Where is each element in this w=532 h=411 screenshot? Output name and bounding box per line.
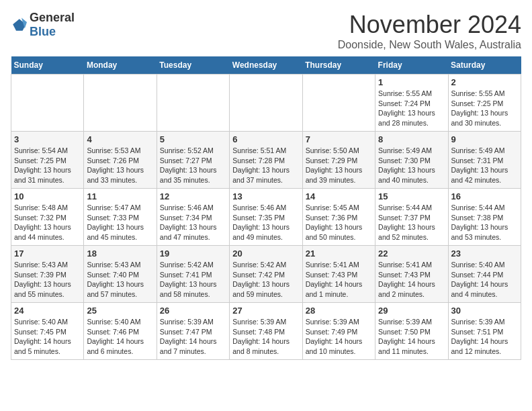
calendar-cell: 28Sunrise: 5:39 AM Sunset: 7:49 PM Dayli…: [302, 303, 375, 360]
day-info: Sunrise: 5:46 AM Sunset: 7:34 PM Dayligh…: [160, 203, 226, 242]
calendar-cell: 14Sunrise: 5:45 AM Sunset: 7:36 PM Dayli…: [302, 189, 375, 246]
day-number: 29: [378, 306, 445, 316]
day-info: Sunrise: 5:54 AM Sunset: 7:25 PM Dayligh…: [14, 146, 81, 185]
calendar-cell: 11Sunrise: 5:47 AM Sunset: 7:33 PM Dayli…: [84, 189, 157, 246]
calendar-cell: [302, 75, 375, 132]
day-number: 7: [306, 134, 372, 144]
day-info: Sunrise: 5:39 AM Sunset: 7:50 PM Dayligh…: [378, 317, 445, 357]
day-number: 14: [306, 191, 372, 201]
calendar-cell: 17Sunrise: 5:43 AM Sunset: 7:39 PM Dayli…: [11, 246, 84, 303]
calendar-cell: 12Sunrise: 5:46 AM Sunset: 7:34 PM Dayli…: [157, 189, 229, 246]
day-number: 4: [87, 134, 153, 144]
column-header-thursday: Thursday: [302, 56, 375, 75]
day-number: 19: [160, 248, 226, 259]
day-number: 27: [232, 306, 299, 316]
day-info: Sunrise: 5:39 AM Sunset: 7:48 PM Dayligh…: [232, 317, 299, 357]
day-number: 20: [232, 248, 299, 259]
day-info: Sunrise: 5:40 AM Sunset: 7:46 PM Dayligh…: [87, 317, 153, 357]
calendar-cell: [84, 75, 157, 132]
day-info: Sunrise: 5:55 AM Sunset: 7:24 PM Dayligh…: [378, 89, 445, 128]
title-area: November 2024 Doonside, New South Wales,…: [338, 11, 521, 51]
day-info: Sunrise: 5:41 AM Sunset: 7:43 PM Dayligh…: [378, 260, 445, 300]
day-number: 9: [451, 134, 518, 144]
week-row-1: 1Sunrise: 5:55 AM Sunset: 7:24 PM Daylig…: [11, 75, 521, 132]
day-info: Sunrise: 5:40 AM Sunset: 7:45 PM Dayligh…: [14, 317, 81, 357]
day-info: Sunrise: 5:47 AM Sunset: 7:33 PM Dayligh…: [87, 203, 153, 242]
day-info: Sunrise: 5:43 AM Sunset: 7:39 PM Dayligh…: [14, 260, 81, 300]
day-info: Sunrise: 5:41 AM Sunset: 7:43 PM Dayligh…: [306, 260, 372, 300]
calendar-cell: 15Sunrise: 5:44 AM Sunset: 7:37 PM Dayli…: [375, 189, 448, 246]
calendar-cell: [230, 75, 302, 132]
day-number: 12: [160, 191, 226, 201]
day-number: 11: [87, 191, 153, 201]
day-number: 26: [160, 306, 226, 316]
day-info: Sunrise: 5:40 AM Sunset: 7:44 PM Dayligh…: [451, 260, 518, 300]
column-header-sunday: Sunday: [11, 56, 84, 75]
column-header-wednesday: Wednesday: [230, 56, 302, 75]
week-row-5: 24Sunrise: 5:40 AM Sunset: 7:45 PM Dayli…: [11, 303, 521, 360]
day-number: 24: [14, 306, 81, 316]
day-info: Sunrise: 5:39 AM Sunset: 7:49 PM Dayligh…: [306, 317, 372, 357]
day-info: Sunrise: 5:50 AM Sunset: 7:29 PM Dayligh…: [306, 146, 372, 185]
day-number: 8: [378, 134, 445, 144]
day-number: 22: [378, 248, 445, 259]
day-number: 3: [14, 134, 81, 144]
day-info: Sunrise: 5:48 AM Sunset: 7:32 PM Dayligh…: [14, 203, 81, 242]
day-info: Sunrise: 5:44 AM Sunset: 7:38 PM Dayligh…: [451, 203, 518, 242]
day-info: Sunrise: 5:49 AM Sunset: 7:30 PM Dayligh…: [378, 146, 445, 185]
column-header-tuesday: Tuesday: [157, 56, 229, 75]
calendar-cell: 30Sunrise: 5:39 AM Sunset: 7:51 PM Dayli…: [448, 303, 521, 360]
calendar-cell: 19Sunrise: 5:42 AM Sunset: 7:41 PM Dayli…: [157, 246, 229, 303]
day-number: 15: [378, 191, 445, 201]
day-info: Sunrise: 5:39 AM Sunset: 7:47 PM Dayligh…: [160, 317, 226, 357]
column-header-monday: Monday: [84, 56, 157, 75]
logo-blue-text: Blue: [30, 25, 56, 38]
month-title: November 2024: [338, 11, 521, 39]
calendar-cell: 20Sunrise: 5:42 AM Sunset: 7:42 PM Dayli…: [230, 246, 302, 303]
calendar-header-row: SundayMondayTuesdayWednesdayThursdayFrid…: [11, 56, 521, 75]
location-title: Doonside, New South Wales, Australia: [338, 39, 521, 51]
header: General Blue November 2024 Doonside, New…: [11, 11, 521, 51]
calendar-cell: 22Sunrise: 5:41 AM Sunset: 7:43 PM Dayli…: [375, 246, 448, 303]
logo: General Blue: [11, 11, 75, 39]
day-number: 21: [306, 248, 372, 259]
calendar-cell: 29Sunrise: 5:39 AM Sunset: 7:50 PM Dayli…: [375, 303, 448, 360]
day-info: Sunrise: 5:42 AM Sunset: 7:42 PM Dayligh…: [232, 260, 299, 300]
calendar-cell: 26Sunrise: 5:39 AM Sunset: 7:47 PM Dayli…: [157, 303, 229, 360]
logo-general-text: General: [30, 11, 75, 24]
calendar-cell: 4Sunrise: 5:53 AM Sunset: 7:26 PM Daylig…: [84, 132, 157, 189]
calendar-cell: 1Sunrise: 5:55 AM Sunset: 7:24 PM Daylig…: [375, 75, 448, 132]
logo-icon: [11, 17, 27, 33]
calendar-cell: 25Sunrise: 5:40 AM Sunset: 7:46 PM Dayli…: [84, 303, 157, 360]
calendar-cell: 3Sunrise: 5:54 AM Sunset: 7:25 PM Daylig…: [11, 132, 84, 189]
day-info: Sunrise: 5:42 AM Sunset: 7:41 PM Dayligh…: [160, 260, 226, 300]
calendar-cell: 8Sunrise: 5:49 AM Sunset: 7:30 PM Daylig…: [375, 132, 448, 189]
day-number: 17: [14, 248, 81, 259]
column-header-saturday: Saturday: [448, 56, 521, 75]
calendar-cell: 6Sunrise: 5:51 AM Sunset: 7:28 PM Daylig…: [230, 132, 302, 189]
column-header-friday: Friday: [375, 56, 448, 75]
calendar-cell: 13Sunrise: 5:46 AM Sunset: 7:35 PM Dayli…: [230, 189, 302, 246]
day-info: Sunrise: 5:46 AM Sunset: 7:35 PM Dayligh…: [232, 203, 299, 242]
calendar-cell: 23Sunrise: 5:40 AM Sunset: 7:44 PM Dayli…: [448, 246, 521, 303]
day-number: 18: [87, 248, 153, 259]
day-number: 16: [451, 191, 518, 201]
day-info: Sunrise: 5:43 AM Sunset: 7:40 PM Dayligh…: [87, 260, 153, 300]
day-info: Sunrise: 5:53 AM Sunset: 7:26 PM Dayligh…: [87, 146, 153, 185]
calendar-table: SundayMondayTuesdayWednesdayThursdayFrid…: [11, 56, 521, 360]
day-number: 13: [232, 191, 299, 201]
day-info: Sunrise: 5:39 AM Sunset: 7:51 PM Dayligh…: [451, 317, 518, 357]
day-info: Sunrise: 5:44 AM Sunset: 7:37 PM Dayligh…: [378, 203, 445, 242]
calendar-cell: [157, 75, 229, 132]
calendar-cell: 16Sunrise: 5:44 AM Sunset: 7:38 PM Dayli…: [448, 189, 521, 246]
day-number: 28: [306, 306, 372, 316]
week-row-4: 17Sunrise: 5:43 AM Sunset: 7:39 PM Dayli…: [11, 246, 521, 303]
day-info: Sunrise: 5:51 AM Sunset: 7:28 PM Dayligh…: [232, 146, 299, 185]
day-number: 2: [451, 77, 518, 87]
calendar-cell: 18Sunrise: 5:43 AM Sunset: 7:40 PM Dayli…: [84, 246, 157, 303]
day-number: 10: [14, 191, 81, 201]
day-number: 1: [378, 77, 445, 87]
day-info: Sunrise: 5:45 AM Sunset: 7:36 PM Dayligh…: [306, 203, 372, 242]
calendar-cell: 10Sunrise: 5:48 AM Sunset: 7:32 PM Dayli…: [11, 189, 84, 246]
day-info: Sunrise: 5:49 AM Sunset: 7:31 PM Dayligh…: [451, 146, 518, 185]
